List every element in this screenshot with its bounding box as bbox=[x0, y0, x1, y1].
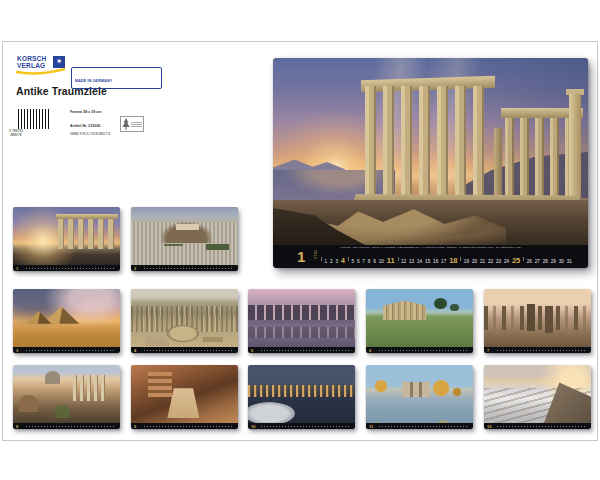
day-9: 9 bbox=[373, 258, 376, 265]
korsch-logo-mark-icon: ✶ bbox=[53, 56, 65, 68]
thumbnail-photo-sounion bbox=[13, 207, 120, 265]
month-thumbnail-11: 11 bbox=[366, 365, 473, 429]
month-number: 1 bbox=[297, 248, 305, 265]
thumbnail-photo-petra bbox=[131, 365, 238, 423]
thumbnail-dates-dots bbox=[26, 268, 116, 269]
fsc-logo bbox=[120, 116, 144, 132]
temple-column-right bbox=[569, 94, 581, 198]
thumbnail-dates-dots bbox=[261, 426, 351, 427]
day-7: 7 bbox=[362, 258, 365, 265]
day-21: 21 bbox=[480, 258, 485, 265]
day-28: 28 bbox=[543, 258, 548, 265]
catalog-sheet: KORSCH VERLAG ✶ MADE IN GERMANY Antike T… bbox=[2, 41, 598, 441]
month-thumbnail-8: 8 bbox=[13, 365, 120, 429]
thumbnail-month-number: 10 bbox=[251, 424, 259, 429]
day-16: 16 bbox=[433, 258, 438, 265]
day-25: 25 bbox=[512, 257, 520, 265]
fsc-tree-icon bbox=[122, 118, 130, 130]
thumbnail-photo-gravina bbox=[248, 365, 355, 423]
thumbnail-calendarium-strip: 4 bbox=[131, 347, 238, 353]
day-12: 12 bbox=[398, 257, 407, 265]
month-thumbnail-5: 5 bbox=[248, 289, 355, 353]
day-10: 10 bbox=[379, 258, 384, 265]
day-20: 20 bbox=[472, 258, 477, 265]
day-4: 4 bbox=[341, 257, 345, 265]
month-thumbnail-6: 6 bbox=[366, 289, 473, 353]
thumbnail-calendarium-strip: 12 bbox=[484, 423, 591, 429]
thumbnail-month-number: 5 bbox=[251, 348, 259, 353]
day-24: 24 bbox=[504, 258, 509, 265]
day-1: 1 bbox=[321, 257, 327, 265]
month-thumbnail-7: 7 bbox=[484, 289, 591, 353]
temple-colonnade bbox=[365, 86, 491, 198]
day-11: 11 bbox=[387, 257, 395, 265]
day-19: 19 bbox=[460, 257, 469, 265]
month-thumbnail-2: 2 bbox=[131, 207, 238, 271]
day-30: 30 bbox=[559, 258, 564, 265]
thumbnail-month-number: 11 bbox=[369, 424, 377, 429]
day-13: 13 bbox=[409, 258, 414, 265]
month-thumbnail-9: 9 bbox=[131, 365, 238, 429]
page-title: Antike Traumziele bbox=[16, 85, 107, 97]
barcode-number: 9 783731 888178 bbox=[3, 129, 29, 137]
thumbnail-calendarium-strip: 11 bbox=[366, 423, 473, 429]
thumbnail-calendarium-strip: 5 bbox=[248, 347, 355, 353]
thumbnail-month-number: 6 bbox=[369, 348, 377, 353]
barcode-bars bbox=[18, 109, 49, 129]
thumbnail-calendarium-strip: 1 bbox=[13, 265, 120, 271]
month-thumbnail-3: 3 bbox=[13, 289, 120, 353]
month-thumbnail-1: 1 bbox=[13, 207, 120, 271]
day-22: 22 bbox=[488, 258, 493, 265]
thumbnail-month-number: 9 bbox=[134, 424, 142, 429]
thumbnail-dates-dots bbox=[144, 350, 234, 351]
thumbnail-dates-dots bbox=[497, 426, 587, 427]
day-5: 5 bbox=[348, 257, 354, 265]
month-thumbnail-12: 12 bbox=[484, 365, 591, 429]
holiday-caption: 1 Neujahr · New Year's Day · Nouvel An ·… bbox=[277, 246, 584, 249]
thumbnail-month-number: 12 bbox=[487, 424, 495, 429]
day-14: 14 bbox=[417, 258, 422, 265]
fsc-text-lines bbox=[131, 121, 142, 128]
thumbnail-photo-debod bbox=[366, 365, 473, 423]
temple-column bbox=[494, 128, 502, 196]
thumbnail-month-number: 4 bbox=[134, 348, 142, 353]
thumbnail-photo-pontdugard bbox=[248, 289, 355, 347]
day-3: 3 bbox=[335, 258, 338, 265]
day-23: 23 bbox=[496, 258, 501, 265]
thumbnail-photo-pamukkale bbox=[484, 365, 591, 423]
day-17: 17 bbox=[441, 258, 446, 265]
temple-colonnade-right bbox=[505, 118, 579, 196]
day-15: 15 bbox=[425, 258, 430, 265]
format-line: Format 58 x 39 cm bbox=[70, 110, 133, 114]
thumbnail-calendarium-strip: 10 bbox=[248, 423, 355, 429]
thumbnail-calendarium-strip: 8 bbox=[13, 423, 120, 429]
thumbnail-photo-paestum bbox=[366, 289, 473, 347]
thumbnail-dates-dots bbox=[144, 268, 234, 269]
thumbnail-photo-karnak bbox=[484, 289, 591, 347]
thumbnail-calendarium-strip: 2 bbox=[131, 265, 238, 271]
thumbnail-calendarium-strip: 3 bbox=[13, 347, 120, 353]
day-6: 6 bbox=[357, 258, 360, 265]
thumbnail-photo-giza bbox=[13, 289, 120, 347]
day-2: 2 bbox=[330, 258, 333, 265]
day-8: 8 bbox=[368, 258, 371, 265]
thumbnail-photo-forum bbox=[13, 365, 120, 423]
korsch-verlag-logo: KORSCH VERLAG ✶ bbox=[17, 56, 69, 69]
thumbnail-calendarium-strip: 9 bbox=[131, 423, 238, 429]
thumbnail-photo-ruins bbox=[131, 289, 238, 347]
thumbnail-dates-dots bbox=[144, 426, 234, 427]
month-thumbnail-4: 4 bbox=[131, 289, 238, 353]
calendarium-strip: 1 Neujahr · New Year's Day · Nouvel An ·… bbox=[273, 245, 588, 268]
thumbnail-calendarium-strip: 7 bbox=[484, 347, 591, 353]
thumbnail-month-number: 2 bbox=[134, 266, 142, 271]
thumbnail-dates-dots bbox=[497, 350, 587, 351]
thumbnail-calendarium-strip: 6 bbox=[366, 347, 473, 353]
logo-swoosh-icon bbox=[16, 68, 66, 75]
thumbnail-dates-dots bbox=[26, 350, 116, 351]
thumbnail-photo-acropolis bbox=[131, 207, 238, 265]
cover-photo-sounion-temple bbox=[273, 58, 588, 245]
day-27: 27 bbox=[535, 258, 540, 265]
thumbnail-dates-dots bbox=[379, 426, 469, 427]
dates-row: 1234567891011121314151617181920212223242… bbox=[321, 257, 572, 265]
made-in-germany-label: MADE IN GERMANY bbox=[75, 78, 112, 82]
